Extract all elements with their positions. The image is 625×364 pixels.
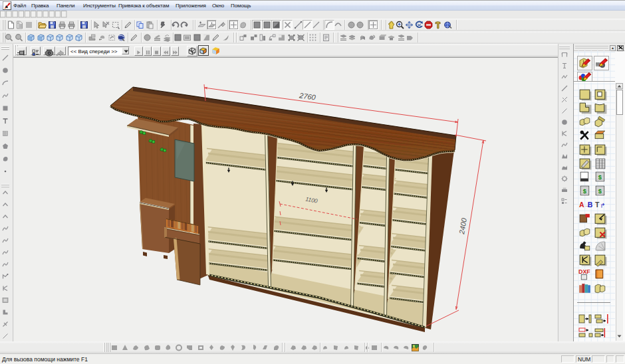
svg-text:2760: 2760 xyxy=(299,91,317,101)
svg-text:$: $ xyxy=(583,187,587,195)
svg-text:$: $ xyxy=(598,187,602,195)
svg-text:T: T xyxy=(595,201,600,209)
svg-text:DXF: DXF xyxy=(578,268,590,275)
svg-text:2400: 2400 xyxy=(457,217,468,235)
svg-text:↱: ↱ xyxy=(600,202,605,209)
svg-text:$: $ xyxy=(598,173,602,181)
svg-text:B: B xyxy=(588,201,592,209)
